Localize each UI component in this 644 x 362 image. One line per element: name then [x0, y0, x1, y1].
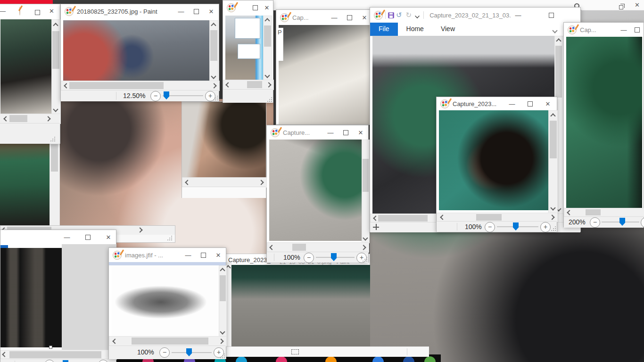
scroll-down-arrow[interactable]	[264, 72, 271, 79]
minimize-button[interactable]: —	[511, 8, 526, 23]
taskbar-app-icon[interactable]	[236, 356, 247, 362]
scroll-right-arrow[interactable]	[217, 337, 225, 345]
tab-home[interactable]: Home	[398, 23, 432, 36]
horizontal-scrollbar[interactable]	[182, 177, 267, 188]
scroll-left-arrow[interactable]	[2, 115, 10, 123]
minimize-button[interactable]: —	[327, 10, 342, 25]
minimize-button[interactable]: —	[503, 97, 521, 110]
titlebar[interactable]: Capture_2023... — ✕	[437, 97, 557, 110]
zoom-out-button[interactable]: −	[44, 360, 55, 362]
close-button[interactable]: ✕	[539, 97, 557, 110]
maximize-button[interactable]	[342, 10, 357, 25]
taskbar-app-icon[interactable]	[325, 356, 337, 362]
canvas-screenshot-placeholder[interactable]	[225, 16, 263, 80]
resize-grip[interactable]	[551, 226, 556, 231]
scroll-down-arrow[interactable]	[549, 204, 557, 212]
canvas-photo-placeholder[interactable]	[0, 19, 51, 114]
canvas-photo-placeholder[interactable]	[279, 25, 371, 124]
canvas-photo-placeholder[interactable]	[63, 20, 209, 81]
close-button[interactable]: ✕	[635, 1, 640, 8]
scroll-left-arrow[interactable]	[268, 244, 276, 251]
titlebar[interactable]: images.jfif - ... — ✕	[109, 248, 226, 262]
canvas-photo-placeholder[interactable]	[111, 265, 219, 336]
titlebar[interactable]: ↺ ↻ Capture_2023_02_21_13_03... —	[370, 8, 580, 23]
vertical-scrollbar[interactable]	[263, 16, 272, 81]
resize-grip[interactable]	[50, 136, 55, 141]
horizontal-scrollbar[interactable]	[437, 213, 558, 222]
scrollbar-thumb[interactable]	[586, 209, 601, 215]
zoom-slider-thumb[interactable]	[63, 360, 68, 362]
scroll-right-arrow[interactable]	[44, 115, 52, 123]
vertical-scrollbar[interactable]	[219, 265, 227, 337]
close-button[interactable]: ✕	[49, 8, 54, 15]
zoom-in-button[interactable]: +	[641, 217, 644, 228]
scrollbar-thumb[interactable]	[476, 214, 502, 221]
canvas-photo-placeholder[interactable]	[566, 37, 642, 208]
scroll-up-arrow[interactable]	[210, 22, 217, 29]
maximize-button[interactable]	[80, 230, 95, 244]
scrollbar-thumb[interactable]	[363, 159, 369, 192]
horizontal-scrollbar[interactable]	[267, 242, 369, 253]
maximize-button[interactable]	[35, 8, 40, 17]
close-button[interactable]: ✕	[261, 0, 273, 15]
zoom-slider[interactable]	[497, 226, 538, 227]
vertical-scrollbar[interactable]	[51, 19, 61, 115]
scroll-right-arrow[interactable]	[210, 82, 218, 90]
scroll-up-arrow[interactable]	[219, 267, 226, 274]
scroll-right-arrow[interactable]	[136, 226, 144, 234]
horizontal-scrollbar[interactable]	[61, 81, 220, 91]
vertical-scrollbar[interactable]	[50, 133, 60, 227]
scroll-up-arrow[interactable]	[555, 37, 562, 45]
zoom-out-button[interactable]: −	[150, 91, 161, 101]
scrollbar-thumb[interactable]	[264, 25, 271, 47]
canvas-photo-placeholder[interactable]	[231, 265, 370, 346]
restore-button[interactable]	[619, 5, 623, 9]
maximize-button[interactable]	[338, 125, 353, 140]
zoom-slider-thumb[interactable]	[619, 218, 625, 226]
scroll-up-arrow[interactable]	[264, 17, 271, 25]
scroll-left-arrow[interactable]	[1, 351, 8, 358]
canvas-photo-placeholder[interactable]	[269, 140, 362, 241]
scrollbar-thumb[interactable]	[247, 81, 262, 88]
scrollbar-thumb[interactable]	[292, 244, 306, 251]
close-button[interactable]: ✕	[101, 230, 116, 244]
zoom-slider[interactable]	[163, 95, 203, 96]
scroll-down-arrow[interactable]	[52, 106, 59, 113]
scrollbar-thumb[interactable]	[210, 30, 217, 61]
taskbar-app-icon[interactable]	[403, 356, 414, 362]
zoom-slider[interactable]	[602, 222, 639, 222]
tab-view[interactable]: View	[432, 23, 463, 36]
scrollbar-thumb[interactable]	[9, 351, 101, 358]
scrollbar-thumb[interactable]	[220, 275, 226, 301]
vertical-scrollbar[interactable]	[362, 140, 370, 243]
scrollbar-thumb[interactable]	[550, 121, 557, 158]
titlebar[interactable]: — ✕	[0, 230, 116, 244]
vertical-scrollbar[interactable]	[548, 110, 558, 214]
scroll-up-arrow[interactable]	[52, 22, 59, 29]
maximize-button[interactable]	[630, 23, 644, 37]
zoom-slider[interactable]	[172, 352, 212, 353]
close-button[interactable]: ✕	[353, 125, 368, 140]
zoom-out-button[interactable]: −	[304, 253, 314, 263]
scrollbar-thumb[interactable]	[132, 337, 208, 345]
maximize-button[interactable]	[521, 97, 539, 110]
canvas-photo-placeholder[interactable]	[182, 102, 266, 177]
scroll-left-arrow[interactable]	[184, 179, 191, 186]
minimize-button[interactable]: —	[173, 4, 189, 18]
horizontal-scrollbar[interactable]	[0, 114, 61, 124]
scrollbar-thumb[interactable]	[9, 115, 27, 122]
taskbar-app-icon[interactable]	[276, 356, 287, 362]
minimize-button[interactable]: —	[181, 248, 196, 262]
scrollbar-thumb[interactable]	[378, 215, 428, 222]
ribbon-collapse-icon[interactable]	[553, 26, 557, 34]
taskbar-app-icon[interactable]	[424, 356, 436, 362]
save-icon[interactable]	[388, 12, 394, 18]
undo-icon[interactable]: ↺	[396, 11, 402, 19]
scroll-down-arrow[interactable]	[362, 234, 369, 242]
scroll-right-arrow[interactable]	[360, 244, 367, 251]
horizontal-scrollbar[interactable]	[223, 80, 274, 90]
zoom-in-button[interactable]: +	[98, 360, 108, 362]
titlebar[interactable]: Cap... —	[564, 23, 644, 37]
zoom-slider-thumb[interactable]	[513, 222, 519, 230]
titlebar[interactable]: ✕	[223, 0, 273, 15]
